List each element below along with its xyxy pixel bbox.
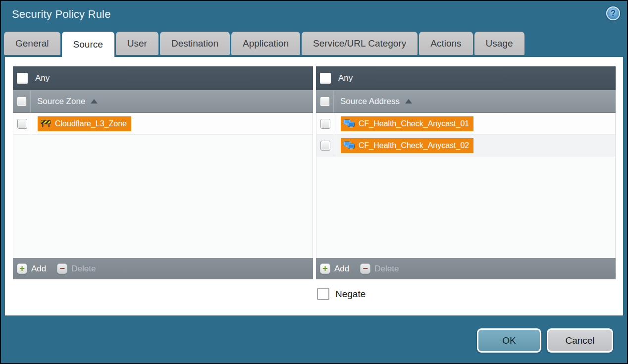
zone-name: Cloudflare_L3_Zone xyxy=(55,119,127,128)
table-row[interactable]: Cloudflare_L3_Zone xyxy=(13,113,313,135)
tab-bar: General Source User Destination Applicat… xyxy=(4,32,526,57)
cancel-button[interactable]: Cancel xyxy=(547,328,613,353)
sort-asc-icon xyxy=(405,99,412,104)
source-zone-panel: Any Source Zone xyxy=(13,66,313,279)
tab-actions[interactable]: Actions xyxy=(419,32,472,55)
table-row[interactable]: CF_Health_Check_Anycast_02 xyxy=(316,135,615,156)
any-label: Any xyxy=(35,73,50,83)
row-checkbox[interactable] xyxy=(320,119,330,129)
tab-destination[interactable]: Destination xyxy=(160,32,230,55)
dialog-frame: Security Policy Rule ? General Source Us… xyxy=(1,1,627,363)
address-name: CF_Health_Check_Anycast_02 xyxy=(359,141,469,150)
plus-icon: + xyxy=(17,263,27,274)
tab-service-url-category[interactable]: Service/URL Category xyxy=(302,32,418,55)
add-button[interactable]: + Add xyxy=(320,263,349,274)
add-button[interactable]: + Add xyxy=(17,263,46,274)
source-address-select-all-checkbox[interactable] xyxy=(320,97,330,106)
table-row[interactable]: CF_Health_Check_Anycast_01 xyxy=(316,113,615,135)
tab-user[interactable]: User xyxy=(116,32,158,55)
source-zone-any-bar: Any xyxy=(13,66,313,90)
minus-icon: − xyxy=(57,263,67,274)
address-icon xyxy=(344,141,355,150)
delete-button[interactable]: − Delete xyxy=(360,263,399,274)
zone-tag[interactable]: Cloudflare_L3_Zone xyxy=(38,116,131,131)
column-header-label: Source Address xyxy=(340,97,400,106)
source-zone-toolbar: + Add − Delete xyxy=(13,258,313,279)
tab-general[interactable]: General xyxy=(4,32,60,55)
page-title: Security Policy Rule xyxy=(12,8,111,21)
minus-icon: − xyxy=(360,263,370,274)
column-header-label: Source Zone xyxy=(37,97,85,106)
source-address-column-header[interactable]: Source Address xyxy=(316,90,616,113)
address-icon xyxy=(344,119,355,128)
address-name: CF_Health_Check_Anycast_01 xyxy=(359,119,469,128)
row-checkbox[interactable] xyxy=(17,119,27,129)
any-label: Any xyxy=(338,73,353,83)
row-checkbox[interactable] xyxy=(320,141,330,151)
negate-option: Negate xyxy=(317,288,366,300)
zone-icon xyxy=(41,119,51,128)
dialog-footer: OK Cancel xyxy=(1,315,627,363)
address-tag[interactable]: CF_Health_Check_Anycast_02 xyxy=(341,138,473,153)
tab-application[interactable]: Application xyxy=(231,32,300,55)
negate-checkbox[interactable] xyxy=(317,288,329,300)
security-policy-rule-dialog: Security Policy Rule ? General Source Us… xyxy=(0,0,628,364)
tab-usage[interactable]: Usage xyxy=(474,32,524,55)
address-tag[interactable]: CF_Health_Check_Anycast_01 xyxy=(341,116,473,131)
ok-button[interactable]: OK xyxy=(477,328,541,353)
source-address-panel: Any Source Address xyxy=(316,66,616,279)
source-address-toolbar: + Add − Delete xyxy=(316,258,616,279)
help-icon[interactable]: ? xyxy=(606,6,620,20)
source-tab-content: Any Source Zone xyxy=(5,57,623,315)
source-address-any-checkbox[interactable] xyxy=(320,73,331,84)
sort-asc-icon xyxy=(91,99,98,104)
negate-label: Negate xyxy=(335,289,366,300)
source-address-any-bar: Any xyxy=(316,66,616,90)
dialog-header: Security Policy Rule ? General Source Us… xyxy=(1,1,627,57)
source-zone-select-all-checkbox[interactable] xyxy=(17,97,27,106)
source-zone-list: Cloudflare_L3_Zone xyxy=(13,113,313,258)
source-zone-any-checkbox[interactable] xyxy=(17,73,28,84)
delete-button[interactable]: − Delete xyxy=(57,263,96,274)
plus-icon: + xyxy=(320,263,330,274)
source-address-list: CF_Health_Check_Anycast_01 xyxy=(316,113,616,258)
source-zone-column-header[interactable]: Source Zone xyxy=(13,90,313,113)
tab-source[interactable]: Source xyxy=(62,32,114,57)
